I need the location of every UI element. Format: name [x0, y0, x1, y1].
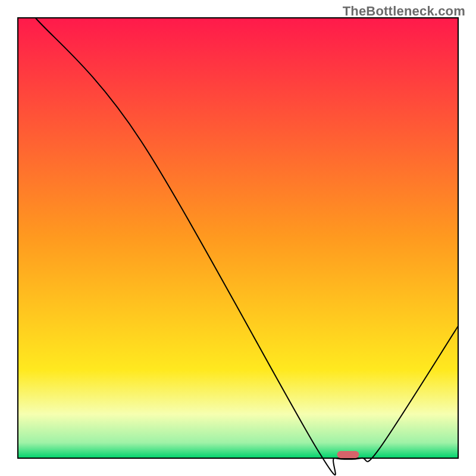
plot-background	[18, 18, 458, 458]
bottleneck-chart	[0, 0, 476, 476]
optimal-marker	[337, 451, 359, 458]
chart-stage: TheBottleneck.com	[0, 0, 476, 476]
